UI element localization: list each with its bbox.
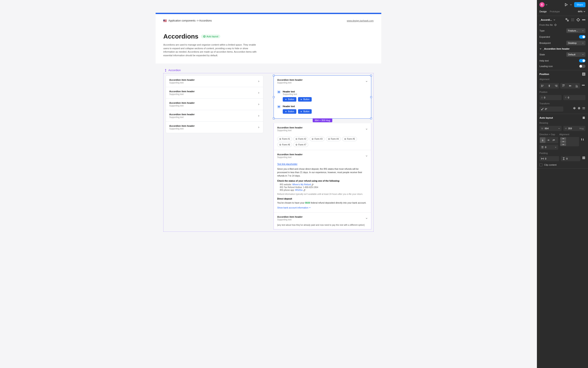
breakpoint-select[interactable]: Desktop: [566, 41, 585, 45]
header-link[interactable]: www.design.taxhawk.com: [347, 19, 374, 22]
selection-handle[interactable]: [370, 75, 372, 76]
detach-icon[interactable]: [577, 18, 580, 21]
wheres-refund-link[interactable]: Where's My Refund: [292, 183, 311, 186]
flip-vertical-icon[interactable]: [577, 107, 581, 110]
play-icon[interactable]: [564, 3, 568, 6]
form-chip[interactable]: Form #7: [293, 142, 308, 147]
direction-horizontal-button[interactable]: [545, 137, 551, 143]
form-chip[interactable]: Form #4: [326, 137, 341, 141]
svg-point-32: [584, 85, 585, 86]
badge-text: Auto layout: [207, 35, 218, 38]
svg-point-16: [571, 18, 572, 19]
irs2go-link[interactable]: IRS2Go: [295, 189, 303, 191]
absolute-position-icon[interactable]: [582, 73, 585, 76]
height-input[interactable]: H359Hug: [563, 126, 585, 131]
show-bank-link[interactable]: Show bank account information: [277, 206, 311, 209]
selection-handle[interactable]: [273, 118, 275, 119]
accordion-item[interactable]: Accordion item headerSupporting text: [166, 87, 263, 99]
more-transform-icon[interactable]: [582, 107, 585, 110]
accordion-header: Accordion item header: [169, 90, 195, 93]
share-button[interactable]: Share: [574, 2, 585, 7]
autolayout-title: Auto layout: [539, 117, 553, 119]
chevron-down-icon: [366, 127, 368, 131]
grid-icon[interactable]: [571, 18, 574, 21]
clip-content-checkbox[interactable]: [539, 163, 543, 166]
padding-horizontal-input[interactable]: 0: [539, 156, 559, 161]
accordion-support: Supporting text: [277, 129, 303, 132]
svg-point-21: [573, 19, 574, 20]
chevron-down-icon[interactable]: [545, 4, 548, 6]
selected-accordion-expanded-feature[interactable]: Accordion item headerSupporting text Hea…: [273, 75, 371, 119]
leading-icon-toggle[interactable]: [579, 64, 585, 68]
help-text-toggle[interactable]: [579, 59, 585, 62]
svg-point-30: [582, 85, 583, 86]
direction-vertical-button[interactable]: [540, 137, 545, 143]
gap-input[interactable]: 0: [539, 145, 558, 150]
svg-point-31: [583, 85, 584, 86]
documentation-frame: Application components -> Accordions www…: [156, 13, 381, 64]
design-canvas[interactable]: Application components -> Accordions www…: [0, 0, 537, 368]
position-sublabel: Position: [539, 91, 585, 93]
chevron-right-icon: [258, 114, 260, 118]
width-value: 864: [544, 127, 548, 130]
form-chip[interactable]: Form #1: [277, 137, 292, 141]
action-button[interactable]: Button: [298, 109, 312, 114]
y-input[interactable]: Y0: [563, 95, 585, 100]
sub-header: Header text: [283, 105, 312, 108]
chevron-down-icon[interactable]: [553, 19, 555, 21]
width-input[interactable]: W864: [539, 126, 561, 131]
svg-rect-29: [583, 74, 584, 75]
refund-note: Refund information typically isn't avail…: [277, 193, 368, 195]
accordion-collapsed-variant[interactable]: Accordion item headerSupporting text Acc…: [166, 75, 263, 133]
text-link-placeholder[interactable]: Text link placeholder: [277, 163, 298, 165]
expanded-toggle[interactable]: [579, 35, 585, 38]
accordion-item[interactable]: Accordion item headerSupporting text: [166, 110, 263, 122]
accordion-item[interactable]: Accordion item headerSupporting text: [166, 99, 263, 110]
align-left-button[interactable]: [539, 83, 546, 89]
align-bottom-button[interactable]: [573, 83, 580, 89]
form-chip[interactable]: Form #5: [342, 137, 357, 141]
tab-prototype[interactable]: Prototype: [550, 9, 560, 14]
form-chip[interactable]: Form #2: [293, 137, 308, 141]
align-vcenter-button[interactable]: [567, 83, 573, 89]
type-select[interactable]: Feature...: [566, 28, 585, 33]
zoom-control[interactable]: 44%: [578, 10, 585, 13]
component-variants-frame[interactable]: Accordion item headerSupporting text Acc…: [163, 73, 374, 232]
individual-padding-icon[interactable]: [582, 156, 585, 159]
chevron-down-icon[interactable]: [570, 4, 572, 6]
align-right-button[interactable]: [552, 83, 559, 89]
rotation-input[interactable]: 0°: [539, 107, 563, 111]
autolayout-advanced-icon[interactable]: [581, 138, 584, 141]
action-button[interactable]: Button: [298, 97, 312, 101]
x-input[interactable]: X0: [539, 95, 561, 100]
autolayout-settings-icon[interactable]: [582, 116, 585, 120]
swap-instance-icon[interactable]: [565, 18, 569, 21]
align-hcenter-button[interactable]: [546, 83, 553, 89]
tab-design[interactable]: Design: [539, 9, 547, 14]
align-top-button[interactable]: [560, 83, 567, 89]
rotation-value: 0°: [545, 108, 547, 110]
nested-component-row[interactable]: _Accordion item header: [539, 47, 585, 50]
form-chip[interactable]: Form #6: [277, 142, 292, 147]
selection-handle[interactable]: [273, 96, 275, 98]
more-icon[interactable]: [582, 18, 585, 21]
more-alignment-icon[interactable]: [581, 84, 585, 87]
selection-handle[interactable]: [370, 96, 372, 98]
padding-vertical-input[interactable]: 0: [561, 156, 580, 161]
alignment-grid[interactable]: [560, 137, 579, 146]
accordion-item[interactable]: Accordion item headerSupporting text: [166, 76, 263, 87]
selection-handle[interactable]: [370, 118, 372, 119]
user-avatar[interactable]: E: [539, 2, 544, 7]
form-chip[interactable]: Form #3: [309, 137, 325, 141]
svg-point-20: [572, 19, 573, 20]
nested-component-name: _Accordion item header: [543, 47, 570, 50]
accordion-header: Accordion item header: [169, 113, 195, 116]
direction-wrap-button[interactable]: [551, 137, 556, 143]
flip-horizontal-icon[interactable]: [573, 107, 576, 110]
accordion-item[interactable]: Accordion item headerSupporting text: [166, 122, 263, 133]
action-button[interactable]: Button: [283, 109, 296, 114]
breadcrumb: Application components -> Accordions: [163, 19, 212, 22]
action-button[interactable]: Button: [283, 97, 296, 101]
selection-handle[interactable]: [273, 75, 275, 76]
state-select[interactable]: Default: [566, 52, 585, 57]
